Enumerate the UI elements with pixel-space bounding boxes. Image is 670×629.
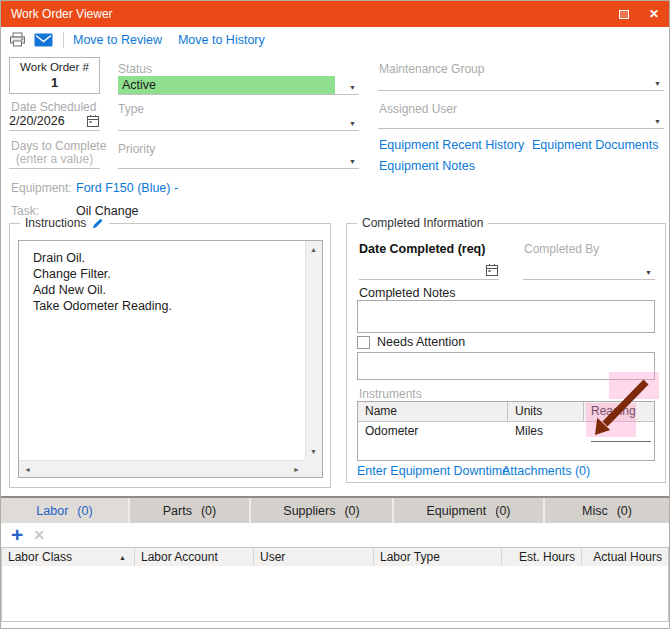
priority-dropdown[interactable]: ▼	[118, 151, 359, 169]
printer-icon	[9, 32, 26, 47]
days-to-complete-field[interactable]: (enter a value)	[9, 151, 100, 169]
needs-attention-checkbox[interactable]	[357, 336, 370, 349]
column-header-units[interactable]: Units	[508, 402, 584, 421]
tab-suppliers[interactable]: Suppliers(0)	[251, 498, 394, 523]
instruments-label: Instruments	[359, 387, 422, 401]
labor-table-body[interactable]	[1, 566, 669, 622]
work-order-viewer-window: Work Order Viewer ✕ Move to Review Move …	[0, 0, 670, 629]
tab-label: Suppliers	[283, 504, 335, 518]
completed-notes-input[interactable]	[357, 300, 655, 333]
vertical-scrollbar[interactable]: ▲ ▼	[305, 241, 322, 460]
move-to-review-link[interactable]: Move to Review	[73, 33, 162, 47]
equipment-documents-link[interactable]: Equipment Documents	[532, 138, 658, 152]
column-header-actual-hours[interactable]: Actual Hours	[582, 548, 668, 566]
equipment-label: Equipment:	[11, 181, 72, 195]
date-scheduled-field[interactable]: 2/20/2026	[9, 112, 100, 131]
assigned-user-dropdown[interactable]: ▼	[378, 111, 664, 129]
title-bar: Work Order Viewer ✕	[1, 1, 669, 27]
status-value: Active	[118, 76, 335, 94]
email-button[interactable]	[34, 33, 53, 47]
restore-button[interactable]	[609, 1, 639, 27]
column-header-labor-type[interactable]: Labor Type	[374, 548, 502, 566]
column-header-est-hours[interactable]: Est. Hours	[502, 548, 582, 566]
labor-table-header: Labor Class ▲ Labor Account User Labor T…	[1, 547, 669, 567]
instrument-name-cell: Odometer	[358, 422, 508, 441]
instrument-reading-cell	[584, 422, 654, 441]
type-dropdown-arrow-icon: ▼	[349, 120, 359, 130]
date-scheduled-calendar-button[interactable]	[86, 114, 100, 130]
needs-attention-notes-input[interactable]	[357, 352, 655, 380]
edit-instructions-button[interactable]	[91, 217, 104, 230]
scroll-up-icon[interactable]: ▲	[305, 241, 322, 258]
equipment-recent-history-link[interactable]: Equipment Recent History	[379, 138, 524, 152]
tab-count: (0)	[495, 504, 510, 518]
add-row-button[interactable]: +	[11, 526, 23, 544]
instructions-textarea[interactable]: Drain Oil. Change Filter. Add New Oil. T…	[18, 240, 323, 478]
column-header-label: User	[260, 550, 285, 565]
column-header-labor-class[interactable]: Labor Class ▲	[2, 548, 135, 566]
table-row: Odometer Miles	[358, 422, 654, 441]
instructions-title: Instructions	[25, 216, 86, 230]
reading-input[interactable]	[591, 428, 651, 442]
tab-labor[interactable]: Labor(0)	[1, 498, 130, 523]
window-title: Work Order Viewer	[1, 7, 609, 21]
labor-grid-toolbar: + ✕	[1, 523, 669, 547]
enter-equipment-downtime-link[interactable]: Enter Equipment Downtime	[357, 464, 509, 478]
date-completed-calendar-button[interactable]	[485, 263, 499, 279]
instruments-table-header: Name Units Reading	[358, 402, 654, 422]
equipment-value-link[interactable]: Ford F150 (Blue) -	[76, 181, 178, 195]
work-order-label: Work Order #	[10, 61, 99, 73]
completed-information-title: Completed Information	[362, 216, 483, 230]
tab-equipment[interactable]: Equipment(0)	[394, 498, 545, 523]
assigned-user-dropdown-arrow-icon: ▼	[654, 118, 664, 128]
instrument-units-cell: Miles	[508, 422, 584, 441]
work-order-number-box: Work Order # 1	[9, 57, 100, 94]
delete-row-button[interactable]: ✕	[33, 527, 45, 543]
column-header-label: Est. Hours	[519, 550, 575, 565]
sort-ascending-icon: ▲	[119, 550, 128, 565]
completed-information-groupbox: Completed Information Date Completed (re…	[346, 223, 666, 483]
type-dropdown[interactable]: ▼	[118, 113, 359, 131]
column-header-label: Labor Class	[8, 550, 72, 565]
envelope-icon	[34, 33, 53, 47]
tab-count: (0)	[201, 504, 216, 518]
horizontal-scrollbar[interactable]: ◄ ►	[19, 460, 305, 477]
tab-label: Equipment	[426, 504, 486, 518]
tab-label: Labor	[36, 504, 68, 518]
status-label: Status	[118, 62, 152, 76]
date-completed-label: Date Completed (req)	[359, 242, 485, 256]
instructions-groupbox: Instructions Drain Oil. Change Filter. A…	[9, 223, 331, 488]
status-dropdown[interactable]: Active ▼	[118, 75, 359, 95]
tab-misc[interactable]: Misc(0)	[545, 498, 669, 523]
column-header-user[interactable]: User	[254, 548, 374, 566]
completed-by-dropdown[interactable]: ▼	[523, 262, 655, 280]
toolbar: Move to Review Move to History	[1, 27, 669, 52]
instructions-text: Drain Oil. Change Filter. Add New Oil. T…	[19, 241, 305, 460]
completed-notes-label: Completed Notes	[359, 286, 456, 300]
close-icon: ✕	[649, 7, 659, 21]
column-header-reading[interactable]: Reading	[584, 402, 654, 421]
maintenance-group-dropdown-arrow-icon: ▼	[654, 80, 664, 90]
attachments-link[interactable]: Attachments (0)	[502, 464, 590, 478]
completed-by-dropdown-arrow-icon: ▼	[645, 269, 655, 279]
restore-icon	[619, 10, 629, 19]
scroll-right-icon[interactable]: ►	[288, 461, 305, 478]
column-header-name[interactable]: Name	[358, 402, 508, 421]
tab-count: (0)	[617, 504, 632, 518]
needs-attention-label: Needs Attention	[377, 335, 465, 349]
print-button[interactable]	[9, 32, 26, 47]
move-to-history-link[interactable]: Move to History	[178, 33, 265, 47]
column-header-labor-account[interactable]: Labor Account	[135, 548, 254, 566]
scroll-down-icon[interactable]: ▼	[305, 443, 322, 460]
date-completed-field[interactable]	[359, 262, 499, 280]
close-button[interactable]: ✕	[639, 1, 669, 27]
column-header-label: Actual Hours	[593, 550, 662, 565]
scroll-left-icon[interactable]: ◄	[19, 461, 36, 478]
column-header-label: Labor Type	[380, 550, 440, 565]
scrollbar-corner	[305, 460, 322, 477]
tab-parts[interactable]: Parts(0)	[130, 498, 251, 523]
maintenance-group-dropdown[interactable]: ▼	[378, 73, 664, 91]
instruments-table: Name Units Reading Odometer Miles	[357, 401, 655, 461]
equipment-notes-link[interactable]: Equipment Notes	[379, 159, 475, 173]
priority-dropdown-arrow-icon: ▼	[349, 158, 359, 168]
